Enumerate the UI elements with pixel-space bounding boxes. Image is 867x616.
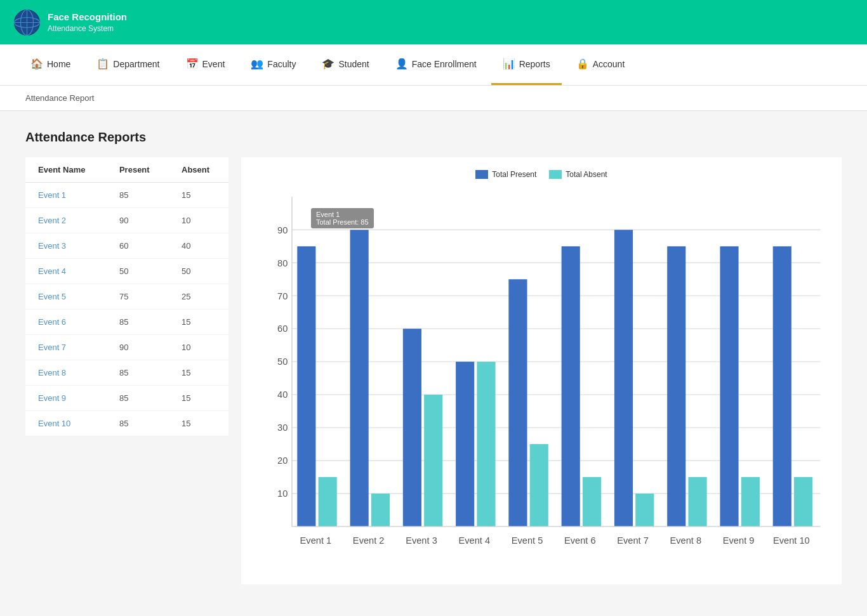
absent-cell: 25 [169,284,228,310]
student-icon: 🎓 [322,58,334,70]
logo-globe-icon [13,8,41,37]
svg-text:60: 60 [277,324,288,334]
present-cell: 90 [107,208,169,233]
event-name-cell: Event 10 [25,411,107,436]
legend-present: Total Present [475,170,536,179]
svg-rect-26 [350,230,369,527]
reports-icon: 📊 [503,58,515,70]
svg-rect-50 [773,246,791,527]
attendance-table: Event Name Present Absent Event 1 85 15 … [25,157,228,436]
svg-rect-45 [688,477,706,527]
svg-rect-32 [456,362,474,527]
logo: Face Recognition Attendance System [13,8,127,37]
present-cell: 85 [107,360,169,386]
svg-text:50: 50 [277,357,288,367]
table-row: Event 3 60 40 [25,233,228,259]
present-cell: 60 [107,233,169,259]
face-enrollment-icon: 👤 [395,58,408,70]
present-cell: 85 [107,310,169,335]
absent-cell: 10 [169,208,228,233]
svg-text:80: 80 [277,258,288,268]
bar-chart: 102030405060708090Event 1Event 2Event 3E… [254,188,829,569]
svg-text:Event 3: Event 3 [406,535,437,546]
svg-rect-39 [583,477,601,527]
event-name-cell: Event 7 [25,335,107,360]
nav-account-label: Account [593,59,625,69]
event-name-cell: Event 1 [25,183,107,208]
nav-home[interactable]: 🏠 Home [19,44,82,85]
absent-cell: 10 [169,335,228,360]
col-present: Present [107,157,169,183]
nav-department-label: Department [113,59,159,69]
report-container: Event Name Present Absent Event 1 85 15 … [25,157,842,584]
absent-cell: 15 [169,310,228,335]
nav-event[interactable]: 📅 Event [175,44,237,85]
legend-present-label: Total Present [492,170,536,179]
nav-student[interactable]: 🎓 Student [310,44,380,85]
svg-rect-27 [371,494,390,527]
svg-text:10: 10 [277,488,288,499]
breadcrumb: Attendance Report [0,86,867,111]
logo-line1: Face Recognition [48,10,127,23]
svg-rect-23 [297,246,315,527]
event-name-cell: Event 8 [25,360,107,386]
event-name-cell: Event 9 [25,386,107,411]
present-cell: 85 [107,386,169,411]
event-icon: 📅 [186,58,199,70]
logo-text: Face Recognition Attendance System [48,10,127,34]
svg-text:Event 5: Event 5 [512,535,543,546]
svg-rect-44 [667,246,685,527]
present-cell: 85 [107,183,169,208]
nav-faculty-label: Faculty [267,59,296,69]
app-header: Face Recognition Attendance System [0,0,867,44]
legend-absent-label: Total Absent [566,170,607,179]
nav-faculty[interactable]: 👥 Faculty [239,44,307,85]
present-cell: 75 [107,284,169,310]
chart-legend: Total Present Total Absent [254,170,829,179]
legend-absent-box [549,170,562,179]
svg-rect-42 [635,494,654,527]
svg-rect-36 [530,444,548,527]
faculty-icon: 👥 [251,58,263,70]
svg-text:Event 10: Event 10 [773,535,810,546]
department-icon: 📋 [96,58,109,70]
col-event-name: Event Name [25,157,107,183]
logo-line2: Attendance System [48,23,127,34]
svg-text:Event 6: Event 6 [564,535,596,546]
event-name-cell: Event 3 [25,233,107,259]
event-name-cell: Event 2 [25,208,107,233]
absent-cell: 50 [169,259,228,284]
event-name-cell: Event 4 [25,259,107,284]
nav-face-enrollment[interactable]: 👤 Face Enrollment [384,44,488,85]
legend-present-box [475,170,488,179]
svg-text:90: 90 [277,225,288,235]
table-row: Event 7 90 10 [25,335,228,360]
svg-rect-30 [424,395,442,527]
table-row: Event 6 85 15 [25,310,228,335]
nav-account[interactable]: 🔒 Account [565,44,637,85]
section-title: Attendance Reports [25,130,842,145]
legend-absent: Total Absent [549,170,607,179]
svg-rect-48 [741,477,760,527]
svg-text:Event 8: Event 8 [670,535,702,546]
table-row: Event 5 75 25 [25,284,228,310]
table-row: Event 9 85 15 [25,386,228,411]
nav-department[interactable]: 📋 Department [85,44,171,85]
nav-bar: 🏠 Home 📋 Department 📅 Event 👥 Faculty 🎓 … [0,44,867,86]
svg-rect-35 [508,279,527,527]
svg-rect-51 [794,477,812,527]
nav-reports[interactable]: 📊 Reports [491,44,562,85]
account-icon: 🔒 [576,58,589,70]
table-row: Event 2 90 10 [25,208,228,233]
svg-rect-33 [477,362,495,527]
absent-cell: 15 [169,360,228,386]
svg-rect-41 [614,230,633,527]
table-row: Event 4 50 50 [25,259,228,284]
svg-text:40: 40 [277,390,288,400]
nav-event-label: Event [202,59,225,69]
home-icon: 🏠 [30,58,43,70]
main-content: Attendance Reports Event Name Present Ab… [0,111,867,603]
table-row: Event 10 85 15 [25,411,228,436]
present-cell: 85 [107,411,169,436]
breadcrumb-text: Attendance Report [25,93,94,103]
